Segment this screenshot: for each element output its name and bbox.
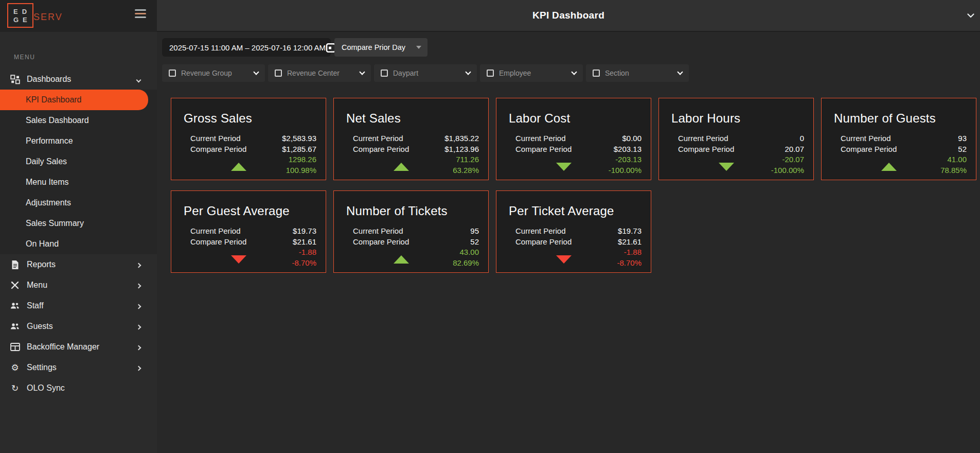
- percent-change-value: 63.28%: [353, 165, 479, 176]
- sidebar-item-dashboards[interactable]: Dashboards: [0, 69, 157, 90]
- edgeserv-logo[interactable]: ED GE SERV: [7, 3, 57, 29]
- current-period-label: Current Period: [190, 226, 241, 237]
- logo-box: ED GE: [7, 3, 33, 28]
- delta-value: -20.07: [678, 154, 804, 165]
- logo-letters-bottom: GE: [13, 16, 32, 23]
- chevron-right-icon: [137, 301, 140, 310]
- filter-revenue-group[interactable]: Revenue Group: [162, 64, 265, 82]
- delta-value: -1.88: [190, 247, 316, 258]
- compare-period-label: Compare Period: [515, 144, 572, 155]
- hamburger-bar: [135, 9, 146, 11]
- current-period-label: Current Period: [190, 133, 241, 144]
- current-period-label: Current Period: [678, 133, 728, 144]
- percent-change-value: 78.85%: [841, 165, 967, 176]
- chevron-right-icon: [137, 342, 140, 352]
- sidebar-subitem-performance[interactable]: Performance: [0, 131, 157, 151]
- sidebar-subitem-adjustments[interactable]: Adjustments: [0, 193, 157, 213]
- chevron-down-icon: [465, 69, 471, 75]
- checkbox[interactable]: [275, 69, 282, 77]
- compare-period-value: $203.13: [614, 144, 642, 155]
- kpi-card-title: Number of Guests: [834, 111, 967, 126]
- current-period-label: Current Period: [841, 133, 891, 144]
- kpi-card-title: Labor Hours: [671, 111, 804, 126]
- current-period-value: 0: [800, 133, 804, 144]
- delta-value: 43.00: [353, 247, 479, 258]
- sidebar-subitem-daily-sales[interactable]: Daily Sales: [0, 151, 157, 172]
- kpi-card: Number of Tickets Current Period 95 Comp…: [333, 190, 489, 273]
- filter-revenue-center[interactable]: Revenue Center: [268, 64, 371, 82]
- hamburger-bar: [135, 16, 146, 18]
- checkbox[interactable]: [169, 69, 176, 77]
- compare-period-value: $21.61: [618, 237, 642, 248]
- main-content: 2025-07-15 11:00 AM – 2025-07-16 12:00 A…: [157, 32, 980, 273]
- checkbox[interactable]: [487, 69, 494, 77]
- sidebar-item-staff[interactable]: Staff: [0, 295, 157, 316]
- checkbox[interactable]: [593, 69, 600, 77]
- sidebar-item-settings[interactable]: ⚙ Settings: [0, 357, 157, 378]
- compare-period-label: Compare Period: [678, 144, 734, 155]
- compare-period-value: $1,123.96: [444, 144, 479, 155]
- compare-period-label: Compare Period: [841, 144, 897, 155]
- compare-period-label: Compare Period: [515, 237, 572, 248]
- chevron-down-icon: [137, 75, 140, 84]
- kpi-card: Labor Hours Current Period 0 Compare Per…: [658, 98, 814, 180]
- checkbox[interactable]: [381, 69, 388, 77]
- sidebar-item-label: Menu: [27, 281, 137, 290]
- kpi-card-title: Labor Cost: [509, 111, 642, 126]
- percent-change-value: -8.70%: [515, 258, 642, 269]
- hamburger-menu-icon[interactable]: [135, 9, 146, 23]
- compare-mode-select[interactable]: Compare Prior Day: [334, 38, 427, 57]
- current-period-value: $0.00: [622, 133, 642, 144]
- chevron-down-icon: [253, 69, 259, 75]
- top-bar: KPI Dashboard: [157, 0, 980, 32]
- toolbar-row-filters: Revenue Group Revenue Center Daypart Emp…: [162, 64, 975, 82]
- filter-section[interactable]: Section: [586, 64, 689, 82]
- menu-section-label: MENU: [14, 54, 157, 61]
- kpi-card: Net Sales Current Period $1,835.22 Compa…: [333, 98, 489, 180]
- current-period-label: Current Period: [353, 133, 403, 144]
- compare-period-label: Compare Period: [353, 237, 409, 248]
- delta-value: 1298.26: [190, 154, 316, 165]
- date-range-picker[interactable]: 2025-07-15 11:00 AM – 2025-07-16 12:00 A…: [162, 38, 331, 57]
- filter-label: Employee: [499, 69, 572, 77]
- sidebar-subitem-sales-dashboard[interactable]: Sales Dashboard: [0, 110, 157, 131]
- kpi-card-grid: Gross Sales Current Period $2,583.93 Com…: [171, 98, 975, 273]
- kpi-card: Per Ticket Average Current Period $19.73…: [496, 190, 651, 273]
- current-period-value: $2,583.93: [282, 133, 316, 144]
- compare-mode-value: Compare Prior Day: [342, 43, 405, 51]
- compare-period-label: Compare Period: [190, 237, 246, 248]
- sidebar-item-reports[interactable]: Reports: [0, 254, 157, 275]
- toolbar-row-dates: 2025-07-15 11:00 AM – 2025-07-16 12:00 A…: [162, 38, 975, 57]
- filter-label: Section: [605, 69, 678, 77]
- sidebar-subitem-kpi-dashboard[interactable]: KPI Dashboard: [0, 90, 148, 110]
- compare-period-label: Compare Period: [353, 144, 409, 155]
- chevron-down-icon: [359, 69, 365, 75]
- sidebar-item-guests[interactable]: Guests: [0, 316, 157, 337]
- filter-daypart[interactable]: Daypart: [374, 64, 477, 82]
- sidebar-item-olo-sync[interactable]: ↻ OLO Sync: [0, 378, 157, 398]
- sidebar-subitem-menu-items[interactable]: Menu Items: [0, 172, 157, 193]
- dashboards-submenu: KPI Dashboard Sales Dashboard Performanc…: [0, 90, 157, 254]
- sidebar-item-backoffice-manager[interactable]: Backoffice Manager: [0, 337, 157, 357]
- date-range-value: 2025-07-15 11:00 AM – 2025-07-16 12:00 A…: [169, 43, 326, 52]
- percent-change-value: 82.69%: [353, 258, 479, 269]
- user-menu-chevron-icon[interactable]: [967, 13, 974, 18]
- percent-change-value: -8.70%: [190, 258, 316, 269]
- sidebar-nav: Dashboards KPI Dashboard Sales Dashboard…: [0, 69, 157, 398]
- hamburger-bar: [135, 13, 146, 14]
- sidebar-subitem-on-hand[interactable]: On Hand: [0, 234, 157, 254]
- compare-period-label: Compare Period: [190, 144, 246, 155]
- filter-employee[interactable]: Employee: [480, 64, 583, 82]
- guests-icon: [9, 322, 21, 330]
- sidebar-subitem-sales-summary[interactable]: Sales Summary: [0, 213, 157, 234]
- sidebar-header: ED GE SERV: [0, 0, 157, 32]
- current-period-value: 95: [470, 226, 479, 237]
- page-title: KPI Dashboard: [532, 10, 604, 21]
- sidebar-item-menu[interactable]: Menu: [0, 275, 157, 295]
- dashboards-icon: [9, 75, 21, 84]
- kpi-card-title: Net Sales: [346, 111, 479, 126]
- kpi-card-title: Gross Sales: [184, 111, 316, 126]
- chevron-right-icon: [137, 281, 140, 290]
- chevron-right-icon: [137, 260, 140, 269]
- kpi-card-title: Per Guest Average: [184, 204, 316, 218]
